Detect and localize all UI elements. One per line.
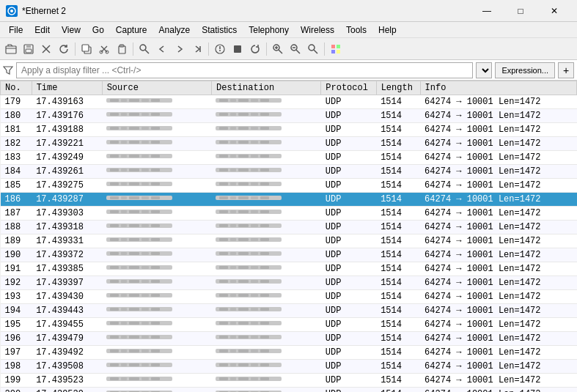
paste-button[interactable] [114,41,130,57]
svg-line-17 [145,50,149,53]
svg-rect-91 [219,155,228,158]
maximize-button[interactable]: □ [504,0,537,22]
table-row[interactable]: 189 17.439331 UDP 1514 64274 → 10001 Len… [1,234,577,248]
table-row[interactable]: 185 17.439275 UDP 1514 64274 → 10001 Len… [1,179,577,193]
table-row[interactable]: 182 17.439221 UDP 1514 64274 → 10001 Len… [1,137,577,151]
svg-rect-115 [219,182,228,185]
column-header-destination[interactable]: Destination [211,81,320,95]
back-button[interactable] [154,41,170,57]
menu-go[interactable]: Go [87,22,110,38]
capture-options-button[interactable] [212,41,228,57]
table-row[interactable]: 193 17.439430 UDP 1514 64274 → 10001 Len… [1,290,577,304]
blurred-ip [216,388,282,392]
svg-rect-77 [151,141,160,144]
table-row[interactable]: 196 17.439479 UDP 1514 64274 → 10001 Len… [1,332,577,346]
cell-length: 1514 [376,193,420,207]
table-row[interactable]: 199 17.439523 UDP 1514 64274 → 10001 Len… [1,374,577,388]
svg-line-31 [314,50,317,53]
table-row[interactable]: 180 17.439176 UDP 1514 64274 → 10001 Len… [1,109,577,123]
menu-help[interactable]: Help [372,22,403,38]
table-row[interactable]: 181 17.439188 UDP 1514 64274 → 10001 Len… [1,123,577,137]
svg-rect-187 [219,266,228,269]
cell-dest [211,207,320,221]
packet-table-wrapper[interactable]: No. Time Source Destination Protocol Len… [0,81,577,392]
find-button[interactable] [136,41,152,57]
close-button[interactable]: ✕ [537,0,571,22]
svg-rect-64 [142,127,149,130]
menu-file[interactable]: File [3,22,29,38]
toolbar-separator-4 [266,42,267,56]
colorize-button[interactable] [328,41,344,57]
svg-rect-266 [121,363,127,366]
table-row[interactable]: 198 17.439508 UDP 1514 64274 → 10001 Len… [1,360,577,374]
filter-input[interactable] [16,62,473,78]
normal-size-button[interactable] [305,41,321,57]
svg-rect-151 [219,224,228,227]
cell-source [102,151,211,165]
cell-protocol: UDP [321,374,376,388]
svg-rect-269 [151,363,160,366]
cell-length: 1514 [376,123,420,137]
menu-capture[interactable]: Capture [110,22,153,38]
table-row[interactable]: 197 17.439492 UDP 1514 64274 → 10001 Len… [1,346,577,360]
cell-dest [211,234,320,248]
goto-button[interactable] [189,41,205,57]
column-header-info[interactable]: Info [420,81,576,95]
zoom-in-button[interactable] [270,41,286,57]
menu-analyze[interactable]: Analyze [153,22,196,38]
forward-button[interactable] [172,41,188,57]
column-header-no[interactable]: No. [1,81,32,95]
expression-button[interactable]: Expression... [495,62,555,78]
column-header-protocol[interactable]: Protocol [321,81,376,95]
minimize-button[interactable]: — [470,0,504,22]
table-row[interactable]: 192 17.439397 UDP 1514 64274 → 10001 Len… [1,276,577,290]
cut-button[interactable] [96,41,112,57]
table-row[interactable]: 190 17.439372 UDP 1514 64274 → 10001 Len… [1,248,577,262]
table-row[interactable]: 191 17.439385 UDP 1514 64274 → 10001 Len… [1,262,577,276]
save-button[interactable] [21,41,37,57]
cell-protocol: UDP [321,360,376,374]
svg-rect-134 [121,210,127,213]
filter-dropdown[interactable]: ▼ [476,62,492,78]
table-row[interactable]: 183 17.439249 UDP 1514 64274 → 10001 Len… [1,151,577,165]
menu-edit[interactable]: Edit [29,22,56,38]
table-row[interactable]: 200 17.439539 UDP 1514 64274 → 10001 Len… [1,388,577,393]
menu-statistics[interactable]: Statistics [196,22,243,38]
stop-capture-button[interactable] [229,41,246,57]
svg-rect-86 [121,155,127,158]
cell-protocol: UDP [321,95,376,109]
copy-button[interactable] [78,41,95,57]
zoom-out-button[interactable] [287,41,304,57]
cell-time: 17.439261 [32,165,102,179]
cell-source [102,318,211,332]
open-file-button[interactable] [3,41,19,57]
close-capture-button[interactable] [38,41,54,57]
cell-length: 1514 [376,137,420,151]
reload-button[interactable] [56,41,72,57]
svg-line-24 [279,50,282,53]
blurred-ip [106,124,172,133]
table-row[interactable]: 188 17.439318 UDP 1514 64274 → 10001 Len… [1,221,577,234]
table-row[interactable]: 179 17.439163 UDP 1514 64274 → 10001 Len… [1,95,577,109]
menu-telephony[interactable]: Telephony [243,22,295,38]
table-row[interactable]: 186 17.439287 UDP 1514 64274 → 10001 Len… [1,193,577,207]
blurred-ip [106,152,172,160]
cell-time: 17.439176 [32,109,102,123]
column-header-source[interactable]: Source [102,81,211,95]
svg-rect-278 [121,377,127,380]
cell-source [102,360,211,374]
menu-wireless[interactable]: Wireless [295,22,340,38]
svg-rect-103 [219,169,228,171]
menu-view[interactable]: View [56,22,87,38]
blurred-ip [216,138,282,147]
add-filter-button[interactable]: + [558,62,574,78]
table-row[interactable]: 195 17.439455 UDP 1514 64274 → 10001 Len… [1,318,577,332]
table-row[interactable]: 187 17.439303 UDP 1514 64274 → 10001 Len… [1,207,577,221]
cell-info: 64274 → 10001 Len=1472 [420,207,576,221]
column-header-length[interactable]: Length [376,81,420,95]
table-row[interactable]: 184 17.439261 UDP 1514 64274 → 10001 Len… [1,165,577,179]
column-header-time[interactable]: Time [32,81,102,95]
restart-button[interactable] [247,41,263,57]
menu-tools[interactable]: Tools [340,22,372,38]
table-row[interactable]: 194 17.439443 UDP 1514 64274 → 10001 Len… [1,304,577,318]
